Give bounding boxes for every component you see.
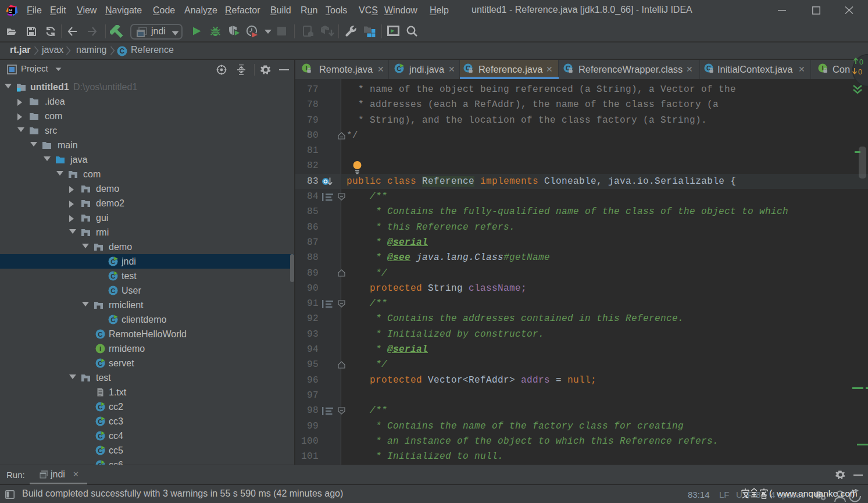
svg-text:0: 0 (859, 58, 863, 66)
svg-text:IJ: IJ (9, 8, 12, 12)
svg-text:0: 0 (858, 68, 862, 76)
